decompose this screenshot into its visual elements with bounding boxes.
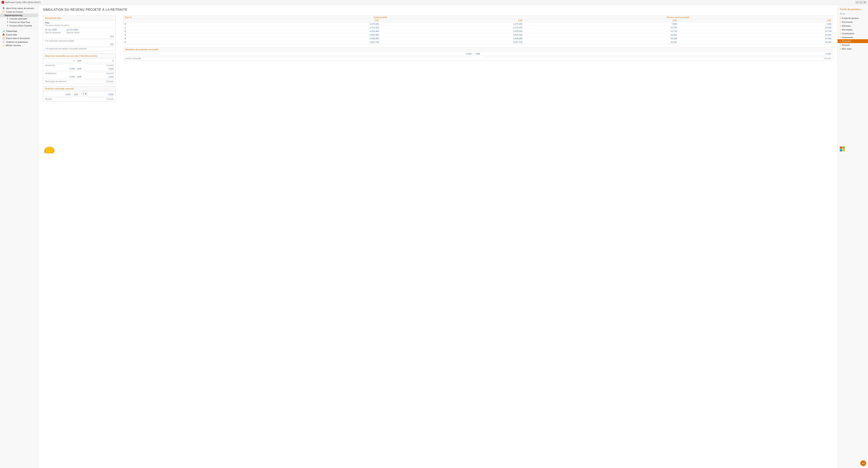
cell-taux: 0	[124, 22, 237, 26]
subtitle-value: Plus jeune titulaire de police,	[45, 24, 114, 26]
cell-taux: 3	[124, 33, 237, 37]
ms-sq-yellow	[842, 149, 845, 152]
versements-label-right: Converti	[84, 64, 114, 66]
rs-item-contributions[interactable]: ● Contributions	[838, 32, 868, 35]
content-grid: Données de base Paul Plus jeune titulair…	[43, 15, 833, 104]
cell-taux: 4	[124, 37, 237, 40]
rs-item-bloc-notes[interactable]: ● Bloc-notes	[838, 47, 868, 51]
app-body: 🏦 Ajout d'une caisse de pension 📁 Fonds …	[0, 5, 868, 468]
right-sidebar: Fonds de pension ▸ Aa aa ● Fonds de pens…	[837, 5, 868, 468]
cell-taux: 5	[124, 40, 237, 44]
sidebar-item-export-docs[interactable]: 📋 Export data & documents	[0, 36, 38, 40]
rs-bullet-adresses: ●	[840, 25, 841, 27]
cell-taux: 2	[124, 30, 237, 33]
sidebar-item-export[interactable]: 📤 Export data	[0, 33, 38, 36]
proj-values-row: 5,500 CHF CHF EUR USD 5,500	[45, 92, 114, 96]
table-row: 0 2,275,945 2,275,945 7,689 7,689	[124, 22, 833, 26]
sidebar-item-archive[interactable]: 🗂 Afficher l'archive	[0, 44, 38, 47]
name-value: Paul	[45, 22, 114, 24]
payments-block: 374 # de paiements mensuels projetés	[45, 35, 114, 42]
col-capital-header: Capital projeté	[237, 16, 524, 19]
rs-item-versements[interactable]: ● Versements	[838, 35, 868, 39]
rs-label-projection: Projection	[842, 40, 851, 42]
main-content: SIMULATION DU REVENU PROJETÉ À LA RETRAI…	[38, 5, 837, 468]
rs-item-fonds-pension[interactable]: ● Fonds de pension	[838, 16, 868, 20]
rs-bullet-decomptes: ●	[840, 29, 841, 31]
total-val-left: 4,945	[45, 75, 75, 78]
rs-items: ● Fonds de pension ● Documents ● Adresse…	[838, 16, 868, 51]
pension-val1: 6,000	[125, 53, 471, 55]
cell-taux: 1	[124, 26, 237, 30]
cell-cap1: 2,275,945	[237, 22, 380, 26]
sidebar-item-pension-charlotte[interactable]: T Pension d'Etat Charlotte	[0, 24, 38, 27]
sidebar-item-conseils[interactable]: T Conseils alternatifs	[0, 17, 38, 21]
close-button[interactable]: ✕	[863, 1, 866, 4]
table-row: 1 2,711,420 2,711,420 10,290 10,290	[124, 26, 833, 30]
moyennes-body: 0 CHF 0 Versements Converti	[43, 58, 116, 84]
sidebar-label-conseils: Conseils alternatifs	[9, 18, 27, 20]
app-icon	[2, 1, 4, 4]
total-label-right: Converti	[84, 80, 114, 83]
col-cap-chf2: CHF	[380, 19, 524, 22]
cell-cap1: 5,967,736	[237, 40, 380, 44]
maximize-button[interactable]: □	[859, 1, 863, 4]
rs-label-fonds-pension: Fonds de pension	[842, 17, 859, 19]
versements-values-row: 0 CHF 0	[45, 60, 114, 62]
currency-select[interactable]: CHF EUR USD	[82, 92, 87, 96]
sidebar-label-fonds: Fonds de Pension	[6, 11, 23, 13]
birth-date: 30 Jun 1989	[45, 29, 61, 31]
sidebar-label-paul: Pension de l'Etat Paul	[9, 21, 30, 23]
pension-labels-row: pension mensuelle Converti	[125, 57, 831, 60]
total-currency: CHF	[75, 75, 83, 78]
right-panel: Taux % Capital projeté Revenu mensuel pr…	[123, 15, 833, 104]
versements-label: Versements	[45, 64, 75, 66]
proj-amount-label-right: Converti	[88, 97, 114, 100]
sidebar-label-export-docs: Export data & documents	[6, 37, 30, 39]
rs-font-controls[interactable]: Aa aa	[838, 13, 868, 15]
total-values-row: 4,945 CHF 4,945	[45, 75, 114, 78]
pension-val2: 6,000	[485, 53, 831, 55]
donnees-base-header: Données de base	[43, 16, 116, 21]
projection-section: Projection mensuelle manuelle 5,500 CHF …	[43, 86, 116, 101]
sidebar-item-analyses[interactable]: 📈 Analyses et graphiques	[0, 40, 38, 44]
sidebar-item-rapportage[interactable]: 📊 Rapportage	[0, 29, 38, 33]
title-bar-controls: — □ ✕	[855, 1, 866, 4]
ms-office-icon	[840, 147, 845, 152]
versements-val-right: 0	[84, 60, 114, 62]
sidebar-item-fonds-pension[interactable]: 📁 Fonds de Pension	[0, 10, 38, 13]
retirement-value: 296	[45, 43, 114, 45]
rs-item-resume[interactable]: ● Résumé	[838, 43, 868, 47]
nav-arrow-button[interactable]: ↩	[860, 460, 866, 466]
sidebar-label-charlotte: Pension d'Etat Charlotte	[9, 25, 32, 27]
cell-rev1: 13,730	[524, 30, 678, 33]
ms-sq-green	[842, 147, 845, 149]
rs-bullet-projection: ●	[840, 40, 841, 42]
pension-sim-body: 6,000 CHF 6,000 pension mensuelle Conver…	[124, 52, 833, 61]
sidebar-item-ajout-caisse[interactable]: 🏦 Ajout d'une caisse de pension	[0, 6, 38, 10]
rs-item-documents[interactable]: ● Documents	[838, 20, 868, 24]
minimize-button[interactable]: —	[855, 1, 859, 4]
contributions-currency: CHF	[75, 68, 83, 70]
donnees-base-section: Données de base Paul Plus jeune titulair…	[43, 15, 116, 51]
projection-table-container: Taux % Capital projeté Revenu mensuel pr…	[123, 15, 833, 44]
sidebar-item-pension-paul[interactable]: T Pension de l'Etat Paul	[0, 21, 38, 24]
projection-body: 5,500 CHF CHF EUR USD 5,500	[43, 91, 116, 101]
contributions-values-row: 4,945 CHF 4,945	[45, 68, 114, 70]
versements-currency: CHF	[75, 60, 83, 62]
pension-label2: Converti	[485, 57, 831, 60]
rs-item-decomptes[interactable]: ● Décomptes	[838, 28, 868, 32]
cell-rev2: 10,290	[678, 26, 833, 30]
moyennes-title: Moyennes mensuelles au cours des 3 derni…	[45, 55, 97, 57]
export-icon: 📤	[2, 33, 5, 36]
sidebar: 🏦 Ajout d'une caisse de pension 📁 Fonds …	[0, 5, 38, 468]
title-bar-left: MyPrivate Family Office [Build 80287]	[2, 1, 40, 4]
rs-item-projection[interactable]: ● Projection	[838, 39, 868, 43]
page-title: SIMULATION DU REVENU PROJETÉ À LA RETRAI…	[43, 8, 833, 12]
retirement-block: 296 # de paiements de retraites mensuell…	[45, 43, 114, 50]
sidebar-item-rapidengineering[interactable]: Rapidengineering	[0, 13, 38, 17]
cell-cap1: 2,711,420	[237, 26, 380, 30]
cell-rev1: 32,594	[524, 40, 678, 44]
proj-converted: 5,500	[88, 93, 114, 96]
rs-item-adresses[interactable]: ● Adresses	[838, 24, 868, 28]
table-row: 2 3,259,902 3,259,902 13,730 13,730	[124, 30, 833, 33]
